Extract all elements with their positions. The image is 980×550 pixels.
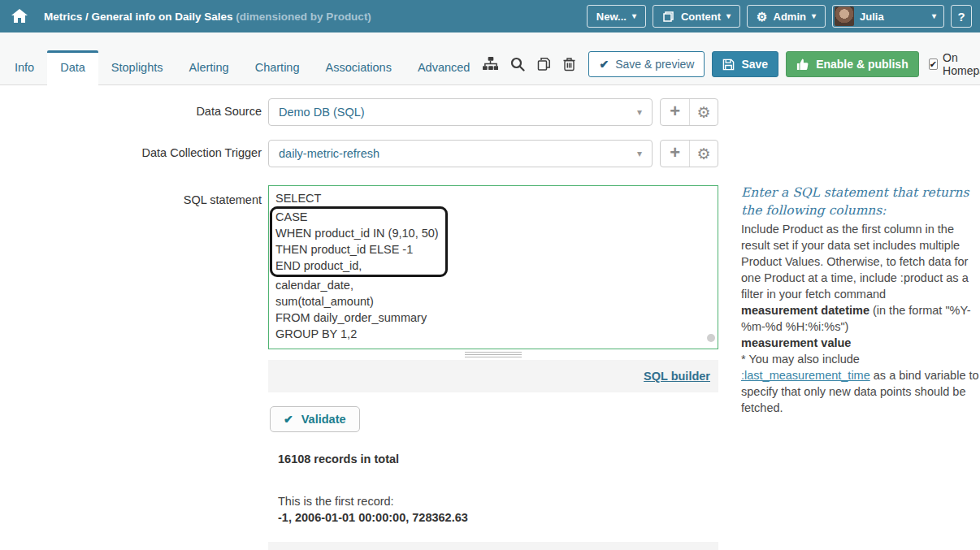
admin-menu-label: Admin bbox=[774, 11, 806, 23]
help-measurement-datetime: measurement datetime bbox=[741, 304, 869, 317]
home-icon[interactable] bbox=[10, 6, 29, 26]
main-content: Data Source Demo DB (SQL) ▾ + ⚙ Data Col… bbox=[0, 85, 980, 550]
chevron-down-icon: ▾ bbox=[637, 106, 642, 118]
thumbs-up-icon bbox=[796, 58, 809, 71]
check-icon: ✔ bbox=[599, 58, 609, 71]
top-navigation-bar: Metrics / General info on Daily Sales (d… bbox=[0, 0, 980, 32]
sql-line: calendar_date, bbox=[275, 277, 711, 293]
help-heading: Enter a SQL statement that returns the f… bbox=[741, 184, 980, 219]
plus-icon: + bbox=[670, 144, 680, 162]
breadcrumb-path[interactable]: Metrics / General info on Daily Sales bbox=[44, 11, 233, 23]
save-preview-button[interactable]: ✔ Save & preview bbox=[588, 51, 705, 77]
trigger-actions: + ⚙ bbox=[660, 140, 718, 167]
sql-line: WHEN product_id IN (9,10, 50) bbox=[275, 225, 439, 241]
floppy-icon bbox=[722, 58, 735, 71]
help-panel: Enter a SQL statement that returns the f… bbox=[741, 184, 980, 416]
enable-publish-button[interactable]: Enable & publish bbox=[786, 51, 919, 77]
on-homepage-checkbox[interactable]: ✔ bbox=[929, 58, 938, 70]
trigger-value: daily-metric-refresh bbox=[279, 147, 379, 160]
first-record-label: This is the first record: bbox=[278, 495, 394, 508]
chevron-down-icon: ▾ bbox=[812, 12, 816, 20]
tab-info[interactable]: Info bbox=[2, 51, 47, 84]
toolbar-icons bbox=[483, 57, 575, 71]
trigger-select[interactable]: daily-metric-refresh ▾ bbox=[268, 140, 653, 167]
sql-line: GROUP BY 1,2 bbox=[275, 326, 711, 342]
on-homepage-label: On Homepage bbox=[943, 51, 980, 77]
textarea-resize-handle[interactable] bbox=[268, 349, 718, 360]
plus-icon: + bbox=[670, 102, 680, 120]
content-icon bbox=[662, 10, 675, 23]
save-button[interactable]: Save bbox=[712, 51, 778, 77]
sql-line: THEN product_id ELSE -1 bbox=[275, 241, 439, 258]
sql-builder-link[interactable]: SQL builder bbox=[644, 370, 710, 383]
tab-associations[interactable]: Associations bbox=[313, 51, 405, 84]
chevron-down-icon: ▾ bbox=[632, 12, 636, 20]
new-menu-label: New... bbox=[596, 11, 627, 23]
breadcrumb-suffix: (dimensioned by Product) bbox=[236, 11, 371, 23]
configure-data-source-button[interactable]: ⚙ bbox=[689, 99, 718, 125]
avatar bbox=[835, 6, 854, 26]
tabs: Info Data Stoplights Alerting Charting A… bbox=[2, 49, 483, 84]
sql-line: sum(total_amount) bbox=[275, 293, 711, 310]
help-note-prefix: * You may also include bbox=[741, 353, 860, 366]
content-menu-button[interactable]: Content ▾ bbox=[653, 5, 740, 28]
help-paragraph: Include Product as the first column in t… bbox=[741, 223, 969, 301]
tab-stoplights[interactable]: Stoplights bbox=[98, 51, 176, 84]
chevron-down-icon: ▾ bbox=[932, 12, 936, 20]
page: Metrics / General info on Daily Sales (d… bbox=[0, 0, 980, 550]
chevron-down-icon: ▾ bbox=[637, 148, 642, 159]
sitemap-icon[interactable] bbox=[483, 57, 498, 71]
trash-icon[interactable] bbox=[563, 57, 575, 71]
collect-data-bar: ↻ Collect data bbox=[268, 542, 718, 550]
sql-builder-bar: SQL builder bbox=[268, 360, 718, 392]
sql-highlight-annotation: CASE WHEN product_id IN (9,10, 50) THEN … bbox=[270, 206, 448, 277]
grip-icon bbox=[465, 352, 522, 357]
help-button-label: ? bbox=[957, 10, 965, 24]
sql-line: SELECT bbox=[275, 190, 711, 206]
help-measurement-value: measurement value bbox=[741, 336, 851, 349]
configure-trigger-button[interactable]: ⚙ bbox=[689, 141, 718, 167]
trigger-row: Data Collection Trigger daily-metric-ref… bbox=[0, 140, 980, 167]
data-source-label: Data Source bbox=[0, 98, 262, 126]
on-homepage-control: ✔ On Homepage bbox=[929, 51, 980, 77]
last-measurement-time-link[interactable]: :last_measurement_time bbox=[741, 369, 870, 382]
admin-menu-button[interactable]: ⚙ Admin ▾ bbox=[747, 5, 826, 28]
gear-icon: ⚙ bbox=[697, 105, 711, 120]
records-total-text: 16108 records in total bbox=[278, 453, 399, 466]
toolbar: ✔ Save & preview Save Enable & publish ✔… bbox=[483, 51, 980, 77]
enable-publish-label: Enable & publish bbox=[816, 58, 908, 71]
data-source-value: Demo DB (SQL) bbox=[279, 106, 365, 119]
gear-icon: ⚙ bbox=[697, 146, 711, 162]
add-data-source-button[interactable]: + bbox=[661, 99, 689, 125]
user-name-label: Julia bbox=[860, 11, 884, 23]
tab-strip: Info Data Stoplights Alerting Charting A… bbox=[0, 32, 980, 85]
gear-icon: ⚙ bbox=[757, 11, 767, 23]
user-menu-button[interactable]: Julia ▾ bbox=[832, 5, 944, 28]
add-trigger-button[interactable]: + bbox=[661, 141, 689, 167]
data-source-select[interactable]: Demo DB (SQL) ▾ bbox=[268, 98, 653, 126]
sql-line: CASE bbox=[275, 209, 439, 225]
trigger-label: Data Collection Trigger bbox=[0, 140, 262, 167]
help-button[interactable]: ? bbox=[951, 5, 972, 28]
chevron-down-icon: ▾ bbox=[726, 12, 731, 20]
tab-charting[interactable]: Charting bbox=[242, 51, 313, 84]
data-source-actions: + ⚙ bbox=[660, 98, 718, 126]
validate-label: Validate bbox=[301, 413, 346, 426]
scrollbar-thumb[interactable] bbox=[707, 334, 715, 342]
sql-statement-textarea[interactable]: SELECT CASE WHEN product_id IN (9,10, 50… bbox=[268, 185, 718, 349]
sql-label: SQL statement bbox=[0, 185, 262, 550]
breadcrumb[interactable]: Metrics / General info on Daily Sales (d… bbox=[44, 11, 371, 23]
tab-data[interactable]: Data bbox=[47, 50, 98, 85]
sql-line: END product_id, bbox=[275, 258, 439, 274]
save-label: Save bbox=[741, 58, 768, 71]
copy-icon[interactable] bbox=[537, 57, 551, 71]
sql-line: FROM daily_order_summary bbox=[275, 310, 711, 326]
tab-alerting[interactable]: Alerting bbox=[176, 51, 242, 84]
save-preview-label: Save & preview bbox=[615, 58, 694, 71]
new-menu-button[interactable]: New... ▾ bbox=[587, 5, 646, 28]
check-icon: ✔ bbox=[284, 413, 293, 426]
tab-advanced[interactable]: Advanced bbox=[405, 51, 483, 84]
data-source-row: Data Source Demo DB (SQL) ▾ + ⚙ bbox=[0, 98, 980, 126]
validate-button[interactable]: ✔ Validate bbox=[270, 406, 360, 432]
search-icon[interactable] bbox=[510, 57, 525, 71]
